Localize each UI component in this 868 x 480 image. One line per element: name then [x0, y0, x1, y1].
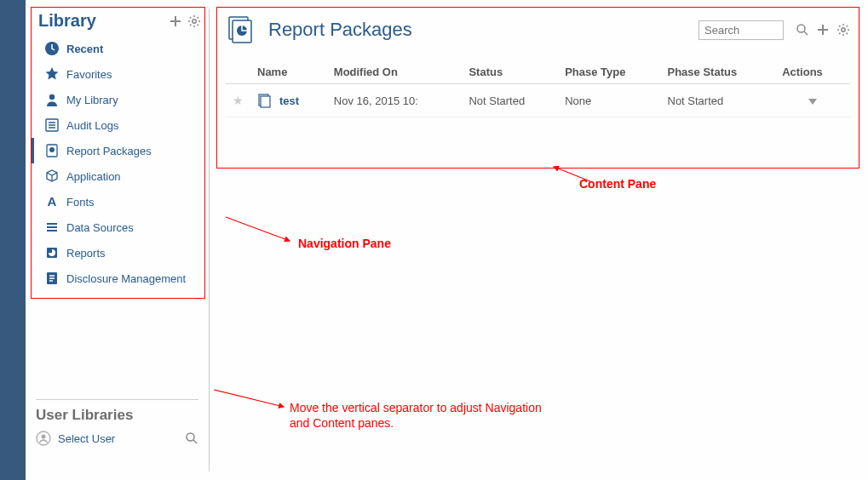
report-packages-header-icon	[226, 14, 256, 45]
svg-point-11	[187, 433, 194, 441]
svg-rect-18	[261, 96, 270, 107]
sidebar-item-label: Data Sources	[66, 221, 134, 234]
col-phase-status[interactable]: Phase Status	[661, 60, 776, 84]
sidebar-item-reports[interactable]: Reports	[32, 240, 204, 266]
sidebar-item-fonts[interactable]: A Fonts	[32, 189, 204, 214]
col-status[interactable]: Status	[462, 60, 558, 84]
sidebar-item-label: My Library	[66, 94, 118, 106]
user-libraries-title: User Libraries	[36, 407, 198, 424]
svg-point-0	[193, 19, 196, 22]
sidebar-item-recent[interactable]: Recent	[32, 36, 204, 61]
add-icon[interactable]	[169, 14, 182, 28]
select-user-link[interactable]: Select User	[58, 432, 115, 445]
global-nav-bar	[0, 0, 26, 480]
sidebar-item-report-packages[interactable]: Report Packages	[32, 138, 204, 163]
report-package-row-icon	[257, 93, 273, 108]
sidebar-item-label: Report Packages	[66, 145, 152, 157]
col-name[interactable]: Name	[250, 60, 327, 84]
row-phase-type: None	[558, 84, 660, 117]
sidebar-item-label: Reports	[66, 247, 106, 260]
svg-point-16	[842, 28, 845, 31]
font-icon: A	[44, 194, 60, 209]
sidebar-item-my-library[interactable]: My Library	[32, 87, 204, 112]
user-icon	[36, 431, 51, 446]
search-icon[interactable]	[796, 23, 809, 37]
sidebar-item-label: Fonts	[66, 196, 95, 209]
content-title: Report Packages	[268, 19, 412, 41]
sidebar-item-favorites[interactable]: Favorites	[32, 61, 204, 87]
report-package-icon	[44, 143, 60, 158]
col-modified-on[interactable]: Modified On	[327, 60, 463, 84]
sidebar-item-disclosure-management[interactable]: Disclosure Management	[32, 266, 204, 291]
sidebar-item-data-sources[interactable]: Data Sources	[32, 214, 204, 240]
content-pane: Report Packages Name Modified O	[210, 0, 868, 480]
favorite-star-icon[interactable]: ★	[233, 94, 244, 107]
sidebar-item-audit-logs[interactable]: Audit Logs	[32, 112, 204, 138]
row-status: Not Started	[462, 84, 558, 117]
datasource-icon	[44, 220, 60, 235]
svg-point-5	[49, 147, 55, 152]
gear-icon[interactable]	[187, 14, 201, 28]
add-icon[interactable]	[816, 23, 830, 37]
clock-icon	[44, 41, 60, 56]
sidebar-item-label: Recent	[66, 43, 103, 55]
sidebar-item-label: Favorites	[66, 68, 112, 81]
table-row[interactable]: ★ test Nov 16, 2015 10: Not Started None…	[226, 84, 850, 117]
search-input[interactable]	[698, 20, 784, 40]
sidebar-item-label: Audit Logs	[66, 119, 118, 132]
cube-icon	[44, 169, 60, 184]
search-user-icon[interactable]	[185, 431, 198, 445]
report-icon	[44, 245, 60, 260]
navigation-pane: Library Recent Fa	[26, 0, 209, 480]
svg-point-2	[49, 94, 55, 100]
gear-icon[interactable]	[836, 23, 850, 37]
library-title: Library	[38, 11, 96, 31]
report-packages-table: Name Modified On Status Phase Type Phase…	[226, 60, 850, 117]
star-icon	[44, 66, 60, 82]
row-modified-on: Nov 16, 2015 10:	[327, 84, 463, 117]
disclosure-icon	[44, 271, 60, 286]
sidebar-item-label: Disclosure Management	[66, 272, 186, 285]
row-name-link[interactable]: test	[279, 94, 299, 107]
actions-dropdown-icon[interactable]	[808, 99, 817, 105]
col-actions[interactable]: Actions	[775, 60, 850, 84]
svg-point-15	[797, 25, 805, 32]
sidebar-item-label: Application	[66, 170, 121, 183]
sidebar-item-application[interactable]: Application	[32, 163, 204, 189]
svg-point-10	[42, 435, 46, 439]
col-phase-type[interactable]: Phase Type	[558, 60, 660, 84]
row-phase-status: Not Started	[661, 84, 776, 117]
svg-text:A: A	[48, 194, 57, 209]
person-icon	[44, 92, 60, 107]
list-icon	[44, 117, 60, 133]
